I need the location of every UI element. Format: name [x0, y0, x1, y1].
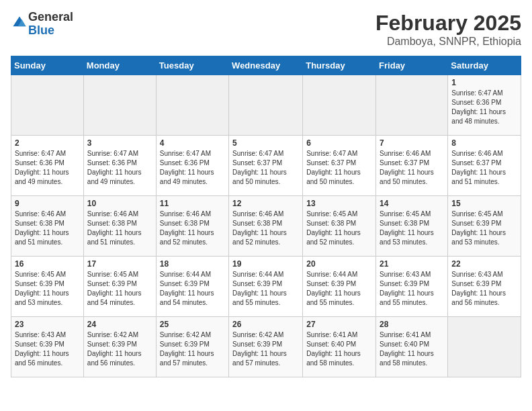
day-info: Sunrise: 6:45 AM Sunset: 6:39 PM Dayligh…	[15, 270, 80, 308]
calendar-cell: 13Sunrise: 6:45 AM Sunset: 6:38 PM Dayli…	[303, 196, 376, 257]
day-number: 3	[87, 138, 152, 148]
calendar-cell: 16Sunrise: 6:45 AM Sunset: 6:39 PM Dayli…	[11, 257, 84, 317]
calendar-week-5: 23Sunrise: 6:43 AM Sunset: 6:39 PM Dayli…	[11, 317, 521, 377]
day-info: Sunrise: 6:47 AM Sunset: 6:37 PM Dayligh…	[232, 149, 299, 187]
calendar-cell: 20Sunrise: 6:44 AM Sunset: 6:39 PM Dayli…	[303, 257, 376, 317]
day-info: Sunrise: 6:44 AM Sunset: 6:39 PM Dayligh…	[160, 270, 225, 308]
title-block: February 2025 Damboya, SNNPR, Ethiopia	[375, 11, 521, 48]
calendar-cell	[448, 317, 521, 377]
day-number: 28	[380, 320, 444, 329]
weekday-header-friday: Friday	[376, 56, 448, 75]
calendar-cell: 24Sunrise: 6:42 AM Sunset: 6:39 PM Dayli…	[83, 317, 156, 377]
calendar-cell: 25Sunrise: 6:42 AM Sunset: 6:39 PM Dayli…	[156, 317, 228, 377]
calendar-cell: 4Sunrise: 6:47 AM Sunset: 6:36 PM Daylig…	[156, 136, 228, 196]
calendar-cell: 11Sunrise: 6:46 AM Sunset: 6:38 PM Dayli…	[156, 196, 228, 257]
day-number: 20	[306, 259, 372, 269]
day-number: 18	[160, 259, 225, 269]
logo-icon	[12, 15, 27, 30]
calendar-cell: 27Sunrise: 6:41 AM Sunset: 6:40 PM Dayli…	[303, 317, 376, 377]
day-info: Sunrise: 6:45 AM Sunset: 6:39 PM Dayligh…	[87, 270, 152, 308]
weekday-header-monday: Monday	[83, 56, 156, 75]
day-info: Sunrise: 6:46 AM Sunset: 6:37 PM Dayligh…	[380, 149, 444, 187]
day-info: Sunrise: 6:47 AM Sunset: 6:36 PM Dayligh…	[451, 89, 517, 126]
day-info: Sunrise: 6:45 AM Sunset: 6:38 PM Dayligh…	[380, 210, 444, 247]
calendar-cell: 12Sunrise: 6:46 AM Sunset: 6:38 PM Dayli…	[229, 196, 303, 257]
day-number: 19	[232, 259, 299, 269]
logo-general-text: General	[28, 10, 73, 24]
day-number: 11	[160, 199, 225, 208]
day-info: Sunrise: 6:47 AM Sunset: 6:36 PM Dayligh…	[160, 149, 225, 187]
calendar-cell: 6Sunrise: 6:47 AM Sunset: 6:37 PM Daylig…	[303, 136, 376, 196]
day-info: Sunrise: 6:41 AM Sunset: 6:40 PM Dayligh…	[380, 330, 444, 368]
day-info: Sunrise: 6:47 AM Sunset: 6:37 PM Dayligh…	[306, 149, 372, 187]
day-info: Sunrise: 6:46 AM Sunset: 6:38 PM Dayligh…	[87, 210, 152, 247]
day-number: 22	[451, 259, 517, 269]
day-number: 26	[232, 320, 299, 329]
weekday-header-wednesday: Wednesday	[229, 56, 303, 75]
calendar-cell: 15Sunrise: 6:45 AM Sunset: 6:39 PM Dayli…	[448, 196, 521, 257]
day-number: 6	[306, 138, 372, 148]
logo: General Blue	[11, 11, 73, 38]
calendar-cell: 22Sunrise: 6:43 AM Sunset: 6:39 PM Dayli…	[448, 257, 521, 317]
day-number: 17	[87, 259, 152, 269]
weekday-header-sunday: Sunday	[11, 56, 84, 75]
calendar-cell	[156, 75, 228, 136]
day-number: 7	[380, 138, 444, 148]
weekday-header-tuesday: Tuesday	[156, 56, 228, 75]
calendar-cell	[376, 75, 448, 136]
calendar-cell: 26Sunrise: 6:42 AM Sunset: 6:39 PM Dayli…	[229, 317, 303, 377]
day-number: 15	[451, 199, 517, 208]
calendar-cell: 18Sunrise: 6:44 AM Sunset: 6:39 PM Dayli…	[156, 257, 228, 317]
day-info: Sunrise: 6:42 AM Sunset: 6:39 PM Dayligh…	[232, 330, 299, 368]
day-info: Sunrise: 6:47 AM Sunset: 6:36 PM Dayligh…	[87, 149, 152, 187]
day-info: Sunrise: 6:46 AM Sunset: 6:38 PM Dayligh…	[160, 210, 225, 247]
calendar-cell: 28Sunrise: 6:41 AM Sunset: 6:40 PM Dayli…	[376, 317, 448, 377]
calendar-cell: 17Sunrise: 6:45 AM Sunset: 6:39 PM Dayli…	[83, 257, 156, 317]
calendar-cell	[11, 75, 84, 136]
day-number: 23	[15, 320, 80, 329]
day-number: 14	[380, 199, 444, 208]
calendar-table: SundayMondayTuesdayWednesdayThursdayFrid…	[11, 56, 521, 377]
calendar-cell: 19Sunrise: 6:44 AM Sunset: 6:39 PM Dayli…	[229, 257, 303, 317]
weekday-header-thursday: Thursday	[303, 56, 376, 75]
day-info: Sunrise: 6:42 AM Sunset: 6:39 PM Dayligh…	[160, 330, 225, 368]
calendar-cell	[229, 75, 303, 136]
calendar-cell: 7Sunrise: 6:46 AM Sunset: 6:37 PM Daylig…	[376, 136, 448, 196]
logo-blue-text: Blue	[28, 24, 54, 37]
weekday-header-saturday: Saturday	[448, 56, 521, 75]
calendar-cell: 8Sunrise: 6:46 AM Sunset: 6:37 PM Daylig…	[448, 136, 521, 196]
day-number: 1	[451, 78, 517, 87]
day-number: 5	[232, 138, 299, 148]
weekday-header-row: SundayMondayTuesdayWednesdayThursdayFrid…	[11, 56, 521, 75]
calendar-week-1: 1Sunrise: 6:47 AM Sunset: 6:36 PM Daylig…	[11, 75, 521, 136]
day-number: 24	[87, 320, 152, 329]
calendar-cell: 5Sunrise: 6:47 AM Sunset: 6:37 PM Daylig…	[229, 136, 303, 196]
calendar-cell: 1Sunrise: 6:47 AM Sunset: 6:36 PM Daylig…	[448, 75, 521, 136]
calendar-cell: 9Sunrise: 6:46 AM Sunset: 6:38 PM Daylig…	[11, 196, 84, 257]
location-subtitle: Damboya, SNNPR, Ethiopia	[375, 36, 521, 48]
day-info: Sunrise: 6:46 AM Sunset: 6:37 PM Dayligh…	[451, 149, 517, 187]
calendar-cell: 3Sunrise: 6:47 AM Sunset: 6:36 PM Daylig…	[83, 136, 156, 196]
day-number: 2	[15, 138, 80, 148]
calendar-cell: 2Sunrise: 6:47 AM Sunset: 6:36 PM Daylig…	[11, 136, 84, 196]
day-number: 9	[15, 199, 80, 208]
day-info: Sunrise: 6:43 AM Sunset: 6:39 PM Dayligh…	[15, 330, 80, 368]
calendar-week-4: 16Sunrise: 6:45 AM Sunset: 6:39 PM Dayli…	[11, 257, 521, 317]
day-info: Sunrise: 6:42 AM Sunset: 6:39 PM Dayligh…	[87, 330, 152, 368]
day-number: 13	[306, 199, 372, 208]
calendar-cell: 21Sunrise: 6:43 AM Sunset: 6:39 PM Dayli…	[376, 257, 448, 317]
calendar-cell: 10Sunrise: 6:46 AM Sunset: 6:38 PM Dayli…	[83, 196, 156, 257]
calendar-cell: 23Sunrise: 6:43 AM Sunset: 6:39 PM Dayli…	[11, 317, 84, 377]
day-number: 8	[451, 138, 517, 148]
day-number: 25	[160, 320, 225, 329]
calendar-week-3: 9Sunrise: 6:46 AM Sunset: 6:38 PM Daylig…	[11, 196, 521, 257]
page-header: General Blue February 2025 Damboya, SNNP…	[11, 11, 521, 48]
calendar-cell: 14Sunrise: 6:45 AM Sunset: 6:38 PM Dayli…	[376, 196, 448, 257]
calendar-week-2: 2Sunrise: 6:47 AM Sunset: 6:36 PM Daylig…	[11, 136, 521, 196]
day-number: 4	[160, 138, 225, 148]
day-info: Sunrise: 6:45 AM Sunset: 6:38 PM Dayligh…	[306, 210, 372, 247]
day-info: Sunrise: 6:43 AM Sunset: 6:39 PM Dayligh…	[380, 270, 444, 308]
day-number: 16	[15, 259, 80, 269]
day-info: Sunrise: 6:46 AM Sunset: 6:38 PM Dayligh…	[232, 210, 299, 247]
day-number: 12	[232, 199, 299, 208]
